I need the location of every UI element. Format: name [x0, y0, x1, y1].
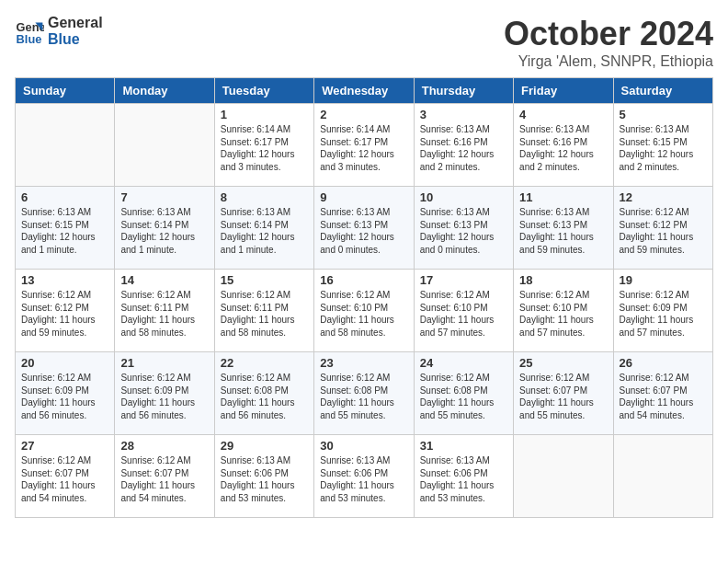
calendar-cell: 2Sunrise: 6:14 AM Sunset: 6:17 PM Daylig…	[314, 104, 414, 187]
day-number: 21	[120, 356, 208, 370]
day-info: Sunrise: 6:12 AM Sunset: 6:12 PM Dayligh…	[620, 206, 707, 256]
calendar-cell: 12Sunrise: 6:12 AM Sunset: 6:12 PM Dayli…	[613, 187, 712, 270]
calendar-week-row: 27Sunrise: 6:12 AM Sunset: 6:07 PM Dayli…	[16, 435, 713, 518]
day-number: 4	[519, 108, 607, 121]
calendar-cell: 13Sunrise: 6:12 AM Sunset: 6:12 PM Dayli…	[16, 270, 115, 352]
day-number: 19	[620, 273, 707, 287]
day-info: Sunrise: 6:13 AM Sunset: 6:06 PM Dayligh…	[320, 454, 407, 504]
day-info: Sunrise: 6:13 AM Sunset: 6:13 PM Dayligh…	[320, 206, 407, 256]
calendar-cell: 19Sunrise: 6:12 AM Sunset: 6:09 PM Dayli…	[613, 270, 712, 352]
day-info: Sunrise: 6:12 AM Sunset: 6:09 PM Dayligh…	[120, 372, 208, 421]
calendar-week-row: 20Sunrise: 6:12 AM Sunset: 6:09 PM Dayli…	[16, 352, 713, 435]
calendar-cell: 26Sunrise: 6:12 AM Sunset: 6:07 PM Dayli…	[613, 352, 712, 435]
calendar-cell: 17Sunrise: 6:12 AM Sunset: 6:10 PM Dayli…	[414, 270, 513, 352]
day-number: 24	[420, 356, 507, 370]
day-info: Sunrise: 6:12 AM Sunset: 6:07 PM Dayligh…	[21, 454, 108, 504]
logo-blue: Blue	[48, 31, 103, 48]
day-info: Sunrise: 6:12 AM Sunset: 6:07 PM Dayligh…	[120, 454, 208, 504]
day-info: Sunrise: 6:12 AM Sunset: 6:07 PM Dayligh…	[620, 372, 707, 421]
header-sunday: Sunday	[16, 78, 115, 104]
day-info: Sunrise: 6:12 AM Sunset: 6:09 PM Dayligh…	[21, 372, 108, 421]
day-info: Sunrise: 6:12 AM Sunset: 6:08 PM Dayligh…	[221, 372, 308, 421]
title-section: October 2024 Yirga 'Alem, SNNPR, Ethiopi…	[504, 15, 713, 70]
day-number: 28	[120, 439, 208, 453]
calendar-week-row: 13Sunrise: 6:12 AM Sunset: 6:12 PM Dayli…	[16, 270, 713, 352]
day-number: 1	[221, 108, 308, 121]
calendar-cell: 7Sunrise: 6:13 AM Sunset: 6:14 PM Daylig…	[115, 187, 214, 270]
day-number: 9	[320, 190, 407, 204]
header-friday: Friday	[514, 78, 613, 104]
calendar-cell: 6Sunrise: 6:13 AM Sunset: 6:15 PM Daylig…	[16, 187, 115, 270]
day-info: Sunrise: 6:13 AM Sunset: 6:14 PM Dayligh…	[120, 206, 208, 256]
calendar-table: SundayMondayTuesdayWednesdayThursdayFrid…	[15, 77, 713, 518]
calendar-cell: 10Sunrise: 6:13 AM Sunset: 6:13 PM Dayli…	[414, 187, 513, 270]
calendar-cell: 8Sunrise: 6:13 AM Sunset: 6:14 PM Daylig…	[214, 187, 313, 270]
day-number: 7	[120, 190, 208, 204]
day-info: Sunrise: 6:12 AM Sunset: 6:11 PM Dayligh…	[120, 289, 208, 339]
day-number: 26	[620, 356, 707, 370]
logo-icon: General Blue	[15, 17, 44, 46]
day-number: 22	[221, 356, 308, 370]
calendar-week-row: 6Sunrise: 6:13 AM Sunset: 6:15 PM Daylig…	[16, 187, 713, 270]
calendar-cell: 21Sunrise: 6:12 AM Sunset: 6:09 PM Dayli…	[115, 352, 214, 435]
calendar-week-row: 1Sunrise: 6:14 AM Sunset: 6:17 PM Daylig…	[16, 104, 713, 187]
day-number: 6	[21, 190, 108, 204]
day-number: 5	[620, 108, 707, 121]
day-number: 16	[320, 273, 407, 287]
day-number: 13	[21, 273, 108, 287]
day-number: 15	[221, 273, 308, 287]
calendar-cell: 14Sunrise: 6:12 AM Sunset: 6:11 PM Dayli…	[115, 270, 214, 352]
day-number: 18	[519, 273, 607, 287]
logo-general: General	[48, 15, 103, 31]
header-wednesday: Wednesday	[314, 78, 414, 104]
calendar-cell: 20Sunrise: 6:12 AM Sunset: 6:09 PM Dayli…	[16, 352, 115, 435]
day-number: 27	[21, 439, 108, 453]
calendar-cell: 27Sunrise: 6:12 AM Sunset: 6:07 PM Dayli…	[16, 435, 115, 518]
header-tuesday: Tuesday	[214, 78, 313, 104]
day-number: 10	[420, 190, 507, 204]
header-saturday: Saturday	[613, 78, 712, 104]
day-number: 31	[420, 439, 507, 453]
month-title: October 2024	[504, 15, 713, 53]
header-monday: Monday	[115, 78, 214, 104]
day-number: 30	[320, 439, 407, 453]
calendar-cell: 18Sunrise: 6:12 AM Sunset: 6:10 PM Dayli…	[514, 270, 613, 352]
calendar-cell: 15Sunrise: 6:12 AM Sunset: 6:11 PM Dayli…	[214, 270, 313, 352]
day-info: Sunrise: 6:13 AM Sunset: 6:13 PM Dayligh…	[420, 206, 507, 256]
calendar-cell: 9Sunrise: 6:13 AM Sunset: 6:13 PM Daylig…	[314, 187, 414, 270]
day-number: 23	[320, 356, 407, 370]
day-number: 17	[420, 273, 507, 287]
calendar-cell	[115, 104, 214, 187]
svg-text:Blue: Blue	[17, 31, 42, 45]
day-info: Sunrise: 6:12 AM Sunset: 6:12 PM Dayligh…	[21, 289, 108, 339]
day-info: Sunrise: 6:12 AM Sunset: 6:11 PM Dayligh…	[221, 289, 308, 339]
calendar-cell: 11Sunrise: 6:13 AM Sunset: 6:13 PM Dayli…	[514, 187, 613, 270]
day-info: Sunrise: 6:13 AM Sunset: 6:06 PM Dayligh…	[420, 454, 507, 504]
day-info: Sunrise: 6:12 AM Sunset: 6:10 PM Dayligh…	[420, 289, 507, 339]
day-info: Sunrise: 6:14 AM Sunset: 6:17 PM Dayligh…	[320, 123, 407, 173]
day-info: Sunrise: 6:12 AM Sunset: 6:07 PM Dayligh…	[519, 372, 607, 421]
calendar-cell	[613, 435, 712, 518]
calendar-cell	[514, 435, 613, 518]
calendar-cell: 5Sunrise: 6:13 AM Sunset: 6:15 PM Daylig…	[613, 104, 712, 187]
day-info: Sunrise: 6:12 AM Sunset: 6:08 PM Dayligh…	[320, 372, 407, 421]
day-info: Sunrise: 6:12 AM Sunset: 6:09 PM Dayligh…	[620, 289, 707, 339]
day-info: Sunrise: 6:13 AM Sunset: 6:14 PM Dayligh…	[221, 206, 308, 256]
day-info: Sunrise: 6:14 AM Sunset: 6:17 PM Dayligh…	[221, 123, 308, 173]
day-info: Sunrise: 6:12 AM Sunset: 6:10 PM Dayligh…	[519, 289, 607, 339]
day-info: Sunrise: 6:13 AM Sunset: 6:16 PM Dayligh…	[420, 123, 507, 173]
calendar-cell: 28Sunrise: 6:12 AM Sunset: 6:07 PM Dayli…	[115, 435, 214, 518]
calendar-cell: 31Sunrise: 6:13 AM Sunset: 6:06 PM Dayli…	[414, 435, 513, 518]
header-thursday: Thursday	[414, 78, 513, 104]
calendar-cell: 3Sunrise: 6:13 AM Sunset: 6:16 PM Daylig…	[414, 104, 513, 187]
day-number: 12	[620, 190, 707, 204]
day-info: Sunrise: 6:13 AM Sunset: 6:15 PM Dayligh…	[620, 123, 707, 173]
calendar-cell: 16Sunrise: 6:12 AM Sunset: 6:10 PM Dayli…	[314, 270, 414, 352]
day-number: 20	[21, 356, 108, 370]
calendar-cell: 4Sunrise: 6:13 AM Sunset: 6:16 PM Daylig…	[514, 104, 613, 187]
day-number: 14	[120, 273, 208, 287]
day-number: 2	[320, 108, 407, 121]
day-number: 11	[519, 190, 607, 204]
calendar-cell	[16, 104, 115, 187]
day-info: Sunrise: 6:12 AM Sunset: 6:08 PM Dayligh…	[420, 372, 507, 421]
